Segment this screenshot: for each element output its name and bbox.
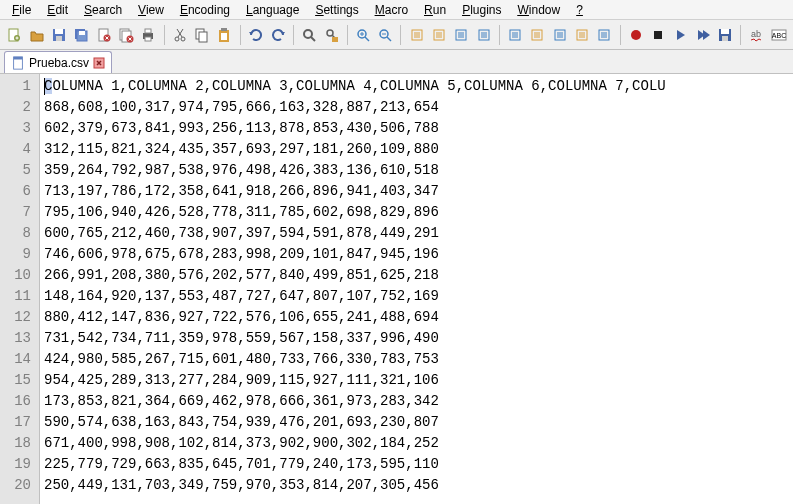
menu-item-plugins[interactable]: Plugins bbox=[454, 1, 509, 19]
menu-item-window[interactable]: Window bbox=[510, 1, 569, 19]
undo-icon[interactable] bbox=[245, 24, 265, 46]
play-icon[interactable] bbox=[670, 24, 690, 46]
menu-item-help[interactable]: ? bbox=[568, 1, 591, 19]
text-line: COLUMNA 1,COLUMNA 2,COLUMNA 3,COLUMNA 4,… bbox=[44, 76, 789, 97]
text-line: 312,115,821,324,435,357,693,297,181,260,… bbox=[44, 139, 789, 160]
line-number: 13 bbox=[4, 328, 31, 349]
line-number: 14 bbox=[4, 349, 31, 370]
toolbar-separator bbox=[240, 25, 241, 45]
svg-rect-14 bbox=[145, 29, 151, 33]
indent-icon[interactable] bbox=[505, 24, 525, 46]
sync-h-icon[interactable] bbox=[429, 24, 449, 46]
redo-icon[interactable] bbox=[268, 24, 288, 46]
close-all-icon[interactable] bbox=[116, 24, 136, 46]
text-line: 173,853,821,364,669,462,978,666,361,973,… bbox=[44, 391, 789, 412]
savemacroicon[interactable] bbox=[715, 24, 735, 46]
replace-icon[interactable] bbox=[321, 24, 341, 46]
svg-rect-25 bbox=[332, 37, 338, 42]
line-number: 5 bbox=[4, 160, 31, 181]
line-number: 16 bbox=[4, 391, 31, 412]
text-line: 424,980,585,267,715,601,480,733,766,330,… bbox=[44, 349, 789, 370]
line-number: 15 bbox=[4, 370, 31, 391]
text-line: 600,765,212,460,738,907,397,594,591,878,… bbox=[44, 223, 789, 244]
line-number: 10 bbox=[4, 265, 31, 286]
text-caret bbox=[44, 78, 45, 95]
tab-filename: Prueba.csv bbox=[29, 56, 89, 70]
text-line: 148,164,920,137,553,487,727,647,807,107,… bbox=[44, 286, 789, 307]
text-line: 880,412,147,836,927,722,576,106,655,241,… bbox=[44, 307, 789, 328]
svg-text:ab: ab bbox=[751, 29, 761, 39]
playmulti-icon[interactable] bbox=[693, 24, 713, 46]
find-icon[interactable] bbox=[299, 24, 319, 46]
zoom-out-icon[interactable] bbox=[375, 24, 395, 46]
svg-rect-46 bbox=[14, 56, 23, 59]
toolbar: abABC bbox=[0, 20, 793, 50]
spell-icon[interactable]: ab bbox=[746, 24, 766, 46]
toolbar-separator bbox=[347, 25, 348, 45]
svg-rect-40 bbox=[721, 29, 729, 34]
text-line: 225,779,729,663,835,645,701,779,240,173,… bbox=[44, 454, 789, 475]
copy-icon[interactable] bbox=[192, 24, 212, 46]
sync-v-icon[interactable] bbox=[406, 24, 426, 46]
print-icon[interactable] bbox=[138, 24, 158, 46]
menu-item-search[interactable]: Search bbox=[76, 1, 130, 19]
docmap-icon[interactable] bbox=[572, 24, 592, 46]
text-line: 602,379,673,841,993,256,113,878,853,430,… bbox=[44, 118, 789, 139]
wrap-icon[interactable] bbox=[451, 24, 471, 46]
userlang-icon[interactable] bbox=[549, 24, 569, 46]
zoom-in-icon[interactable] bbox=[353, 24, 373, 46]
line-number: 19 bbox=[4, 454, 31, 475]
stop-icon[interactable] bbox=[648, 24, 668, 46]
svg-rect-21 bbox=[221, 28, 227, 31]
toolbar-separator bbox=[620, 25, 621, 45]
fold-icon[interactable] bbox=[527, 24, 547, 46]
editor-area: 1234567891011121314151617181920 COLUMNA … bbox=[0, 74, 793, 504]
menu-item-file[interactable]: File bbox=[4, 1, 39, 19]
menu-item-settings[interactable]: Settings bbox=[307, 1, 366, 19]
line-number: 7 bbox=[4, 202, 31, 223]
menu-item-macro[interactable]: Macro bbox=[367, 1, 416, 19]
abc-icon[interactable]: ABC bbox=[769, 24, 789, 46]
menu-item-encoding[interactable]: Encoding bbox=[172, 1, 238, 19]
text-line: 731,542,734,711,359,978,559,567,158,337,… bbox=[44, 328, 789, 349]
svg-text:ABC: ABC bbox=[771, 32, 785, 39]
menu-item-view[interactable]: View bbox=[130, 1, 172, 19]
svg-point-37 bbox=[631, 30, 641, 40]
text-line: 954,425,289,313,277,284,909,115,927,111,… bbox=[44, 370, 789, 391]
chars-icon[interactable] bbox=[473, 24, 493, 46]
cut-icon[interactable] bbox=[169, 24, 189, 46]
line-number: 2 bbox=[4, 97, 31, 118]
line-number: 18 bbox=[4, 433, 31, 454]
text-line: 746,606,978,675,678,283,998,209,101,847,… bbox=[44, 244, 789, 265]
svg-rect-7 bbox=[79, 31, 85, 35]
svg-point-23 bbox=[304, 30, 312, 38]
toolbar-separator bbox=[400, 25, 401, 45]
toolbar-separator bbox=[740, 25, 741, 45]
text-line: 868,608,100,317,974,795,666,163,328,887,… bbox=[44, 97, 789, 118]
new-file-icon[interactable] bbox=[4, 24, 24, 46]
menu-item-run[interactable]: Run bbox=[416, 1, 454, 19]
line-number: 9 bbox=[4, 244, 31, 265]
record-icon[interactable] bbox=[625, 24, 645, 46]
svg-rect-38 bbox=[654, 31, 662, 39]
line-number: 1 bbox=[4, 76, 31, 97]
text-content[interactable]: COLUMNA 1,COLUMNA 2,COLUMNA 3,COLUMNA 4,… bbox=[40, 74, 793, 504]
file-tab[interactable]: Prueba.csv bbox=[4, 51, 112, 73]
save-icon[interactable] bbox=[49, 24, 69, 46]
text-line: 250,449,131,703,349,759,970,353,814,207,… bbox=[44, 475, 789, 496]
close-icon[interactable] bbox=[93, 24, 113, 46]
menu-item-edit[interactable]: Edit bbox=[39, 1, 76, 19]
svg-rect-41 bbox=[722, 36, 728, 41]
menu-bar: FileEditSearchViewEncodingLanguageSettin… bbox=[0, 0, 793, 20]
svg-point-16 bbox=[175, 37, 179, 41]
open-file-icon[interactable] bbox=[26, 24, 46, 46]
tab-bar: Prueba.csv bbox=[0, 50, 793, 74]
paste-icon[interactable] bbox=[214, 24, 234, 46]
tab-close-icon[interactable] bbox=[93, 57, 105, 69]
save-all-icon[interactable] bbox=[71, 24, 91, 46]
svg-rect-19 bbox=[199, 32, 207, 42]
menu-item-language[interactable]: Language bbox=[238, 1, 307, 19]
text-line: 590,574,638,163,843,754,939,476,201,693,… bbox=[44, 412, 789, 433]
toolbar-separator bbox=[164, 25, 165, 45]
funclist-icon[interactable] bbox=[594, 24, 614, 46]
